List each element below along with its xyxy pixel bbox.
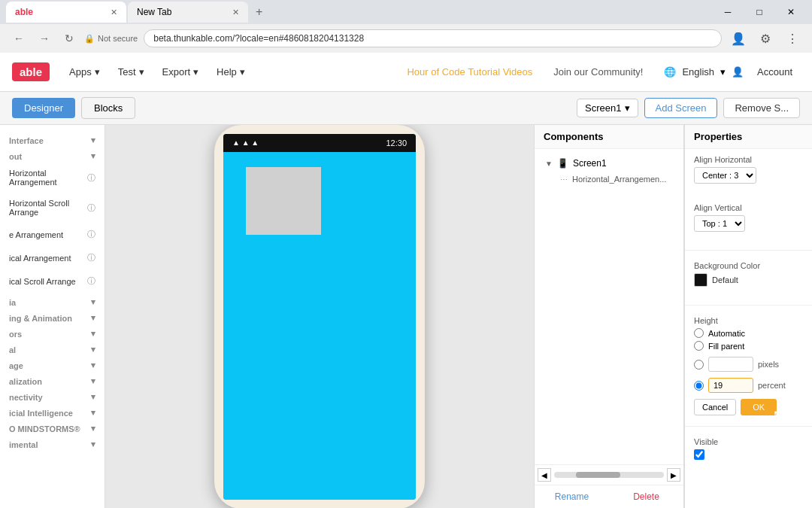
sidebar-section-mindstorms[interactable]: O MINDSTORMS® ▾ — [0, 419, 105, 435]
nav-help[interactable]: Help ▾ — [209, 62, 253, 82]
align-horizontal-select[interactable]: Center : 3 — [694, 167, 756, 184]
delete-button[interactable]: Delete — [609, 485, 683, 508]
phone-content — [223, 152, 416, 500]
sidebar-item-horizontal-arrangement[interactable]: Horizontal Arrangement ⓘ — [0, 163, 105, 193]
scroll-left-button[interactable]: ◀ — [538, 468, 551, 482]
components-panel: Components ▼ 📱 Screen1 ⋯ Horizontal_Arra… — [534, 125, 684, 508]
sidebar-item-horizontal-scroll[interactable]: Horizontal Scroll Arrange ⓘ — [0, 193, 105, 223]
height-automatic-input[interactable] — [694, 328, 704, 338]
extensions-button[interactable]: ⚙ — [755, 28, 776, 49]
screen-icon: 📱 — [557, 158, 568, 169]
scroll-thumb — [576, 472, 620, 478]
maximize-button[interactable]: □ — [744, 2, 774, 23]
tree-item-screen1[interactable]: ▼ 📱 Screen1 — [541, 155, 677, 172]
nav-apps[interactable]: Apps ▾ — [62, 62, 108, 82]
browser-tab-new[interactable]: New Tab ✕ — [128, 2, 248, 23]
height-section: Height Automatic Fill parent pixels — [685, 310, 812, 421]
align-horizontal-control: Center : 3 — [694, 167, 803, 184]
export-arrow-icon: ▾ — [193, 66, 198, 78]
refresh-button[interactable]: ↻ — [60, 31, 78, 46]
height-percent-radio[interactable] — [694, 381, 704, 391]
scroll-track — [554, 472, 664, 478]
height-automatic-radio[interactable]: Automatic — [694, 328, 803, 338]
account-icon: 👤 — [732, 66, 744, 78]
background-color-control: Default — [694, 273, 803, 287]
sidebar-section-social[interactable]: al ▾ — [0, 340, 105, 356]
height-actions: Cancel OK ↖ — [694, 399, 803, 415]
nav-test[interactable]: Test ▾ — [111, 62, 152, 82]
height-fillparent-radio[interactable]: Fill parent — [694, 341, 803, 351]
sidebar-section-visualization[interactable]: alization ▾ — [0, 372, 105, 388]
screen-arrow-icon: ▾ — [625, 102, 630, 114]
designer-button[interactable]: Designer — [12, 98, 75, 118]
blocks-button[interactable]: Blocks — [81, 97, 135, 119]
promo-link[interactable]: Hour of Code Tutorial Videos — [407, 66, 532, 78]
community-link[interactable]: Join our Community! — [553, 66, 643, 78]
screen-selector[interactable]: Screen1 ▾ — [577, 99, 638, 117]
back-button[interactable]: ← — [9, 31, 29, 46]
info-icon-1: ⓘ — [87, 172, 95, 184]
new-tab-label: New Tab — [137, 7, 171, 17]
visible-label: Visible — [694, 437, 803, 446]
new-tab-button[interactable]: + — [250, 5, 268, 19]
height-percent-input[interactable] — [708, 378, 753, 393]
visible-checkbox[interactable] — [694, 449, 704, 460]
sidebar-section-drawing[interactable]: ing & Animation ▾ — [0, 309, 105, 324]
align-vertical-select[interactable]: Top : 1 — [694, 215, 745, 232]
menu-button[interactable]: ⋮ — [782, 28, 803, 49]
account-button[interactable]: Account — [750, 62, 800, 82]
visible-section: Visible — [685, 431, 812, 468]
sidebar-section-ai[interactable]: icial Intelligence ▾ — [0, 403, 105, 419]
nav-export[interactable]: Export ▾ — [155, 62, 207, 82]
sidebar-section-interface[interactable]: Interface ▾ — [0, 131, 105, 147]
align-horizontal-section: Align Horizontal Center : 3 — [685, 149, 812, 197]
cancel-button[interactable]: Cancel — [694, 399, 736, 415]
mindstorms-arrow-icon: ▾ — [91, 424, 95, 433]
sidebar-section-layout[interactable]: out ▾ — [0, 147, 105, 163]
height-fillparent-input[interactable] — [694, 341, 704, 351]
height-pixels-input[interactable] — [708, 357, 753, 372]
remove-screen-button[interactable]: Remove S... — [723, 98, 800, 118]
add-screen-button[interactable]: Add Screen — [644, 98, 718, 118]
tab-close-icon[interactable]: ✕ — [111, 8, 117, 17]
social-arrow-icon: ▾ — [91, 345, 95, 354]
panel-footer: Rename Delete — [535, 485, 683, 508]
sidebar-section-storage[interactable]: age ▾ — [0, 356, 105, 372]
url-bar[interactable] — [144, 29, 722, 47]
height-percent-row: percent — [694, 378, 803, 393]
sidebar-section-sensors[interactable]: ors ▾ — [0, 324, 105, 340]
forward-button[interactable]: → — [35, 31, 54, 46]
color-swatch[interactable] — [694, 273, 707, 287]
tree-item-horizontal[interactable]: ⋯ Horizontal_Arrangemen... — [556, 172, 677, 187]
new-tab-close-icon[interactable]: ✕ — [232, 8, 239, 17]
height-label: Height — [694, 316, 803, 325]
sidebar-section-experimental[interactable]: imental ▾ — [0, 435, 105, 451]
rename-button[interactable]: Rename — [535, 485, 609, 508]
sidebar-section-media[interactable]: ia ▾ — [0, 293, 105, 309]
nav-menu: Apps ▾ Test ▾ Export ▾ Help ▾ — [62, 62, 253, 82]
align-horizontal-label: Align Horizontal — [694, 155, 803, 164]
height-pixels-radio[interactable] — [694, 360, 704, 370]
top-nav: able Apps ▾ Test ▾ Export ▾ Help ▾ Hour … — [0, 53, 812, 92]
percent-label: percent — [758, 381, 786, 390]
help-arrow-icon: ▾ — [240, 66, 245, 78]
sidebar-section-connectivity[interactable]: nectivity ▾ — [0, 388, 105, 403]
sidebar-item-vertical-scroll[interactable]: ical Scroll Arrange ⓘ — [0, 269, 105, 293]
nav-right: 🌐 English ▾ 👤 Account — [664, 62, 800, 82]
storage-arrow-icon: ▾ — [91, 360, 95, 370]
scroll-right-button[interactable]: ▶ — [667, 468, 680, 482]
toolbar: Designer Blocks Screen1 ▾ Add Screen Rem… — [0, 92, 812, 125]
close-button[interactable]: ✕ — [776, 2, 806, 23]
main-content: Interface ▾ out ▾ Horizontal Arrangement… — [0, 125, 812, 508]
language-button[interactable]: English — [682, 66, 714, 78]
test-arrow-icon: ▾ — [139, 66, 144, 78]
browser-tab-active[interactable]: able ✕ — [6, 2, 126, 23]
minimize-button[interactable]: ─ — [713, 2, 743, 23]
sidebar-item-arrangement[interactable]: e Arrangement ⓘ — [0, 223, 105, 246]
sidebar-item-vertical-arrangement[interactable]: ical Arrangement ⓘ — [0, 246, 105, 269]
tab-logo: able — [15, 7, 33, 17]
ok-button[interactable]: OK ↖ — [741, 399, 777, 415]
cursor-icon: ↖ — [773, 407, 783, 421]
profile-button[interactable]: 👤 — [728, 28, 749, 49]
secure-label: Not secure — [98, 34, 138, 43]
